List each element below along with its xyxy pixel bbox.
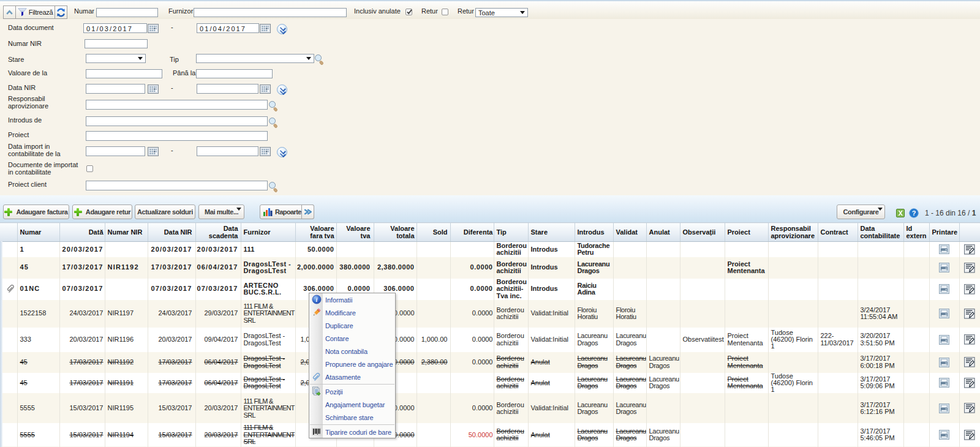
svg-text:?: ? [912,209,916,217]
svg-text:i: i [316,296,318,303]
